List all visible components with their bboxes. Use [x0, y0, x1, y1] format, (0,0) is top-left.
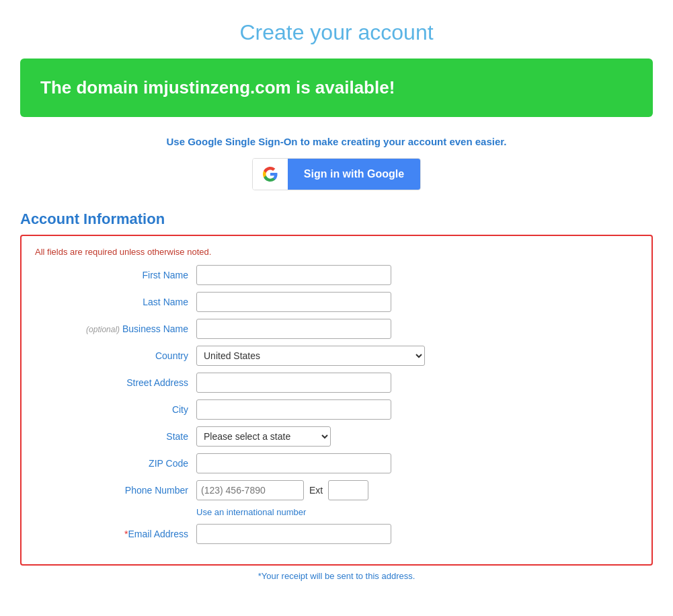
ext-label: Ext [309, 485, 323, 496]
google-g-icon [262, 166, 278, 182]
state-label: State [35, 431, 196, 442]
account-info-title: Account Information [20, 210, 653, 228]
last-name-label: Last Name [35, 297, 196, 307]
country-select[interactable]: United States [196, 346, 425, 366]
email-row: *Email Address [35, 524, 638, 544]
street-address-label: Street Address [35, 377, 196, 388]
phone-row: Phone Number Ext [35, 480, 638, 500]
state-row: State Please select a state Alabama Alas… [35, 426, 638, 447]
intl-link[interactable]: Use an international number [196, 507, 306, 517]
google-icon-box [253, 159, 288, 190]
last-name-row: Last Name [35, 292, 638, 312]
page-wrapper: Create your account The domain imjustinz… [0, 0, 673, 594]
business-name-row: (optional) Business Name [35, 319, 638, 339]
email-input[interactable] [196, 524, 391, 544]
intl-link-row: Use an international number [35, 507, 638, 517]
zip-input[interactable] [196, 453, 391, 473]
street-address-input[interactable] [196, 373, 391, 393]
optional-tag: (optional) [86, 325, 120, 334]
country-label: Country [35, 350, 196, 361]
business-name-text: Business Name [122, 323, 188, 334]
email-note: *Your receipt will be sent to this addre… [20, 571, 653, 581]
zip-label: ZIP Code [35, 458, 196, 469]
first-name-input[interactable] [196, 265, 391, 285]
city-label: City [35, 404, 196, 415]
google-btn-label: Sign in with Google [288, 159, 420, 190]
sso-section: Use Google Single Sign-On to make creati… [20, 136, 653, 190]
business-name-input[interactable] [196, 319, 391, 339]
first-name-row: First Name [35, 265, 638, 285]
ext-input[interactable] [328, 480, 368, 500]
street-address-row: Street Address [35, 373, 638, 393]
country-row: Country United States [35, 346, 638, 366]
domain-banner-text: The domain imjustinzeng.com is available… [40, 77, 395, 98]
page-title: Create your account [20, 20, 653, 45]
phone-label: Phone Number [35, 485, 196, 496]
email-label: *Email Address [35, 529, 196, 539]
state-select[interactable]: Please select a state Alabama Alaska Ari… [196, 426, 331, 447]
email-label-text: Email Address [128, 529, 188, 539]
business-name-label: (optional) Business Name [35, 323, 196, 334]
first-name-label: First Name [35, 270, 196, 280]
required-note: All fields are required unless otherwise… [35, 247, 638, 257]
sso-text: Use Google Single Sign-On to make creati… [20, 136, 653, 147]
sign-in-google-button[interactable]: Sign in with Google [252, 158, 421, 190]
account-form: All fields are required unless otherwise… [20, 235, 653, 566]
zip-row: ZIP Code [35, 453, 638, 473]
domain-banner: The domain imjustinzeng.com is available… [20, 59, 653, 117]
phone-fields: Ext [196, 480, 368, 500]
phone-input[interactable] [196, 480, 304, 500]
last-name-input[interactable] [196, 292, 391, 312]
city-row: City [35, 399, 638, 420]
city-input[interactable] [196, 399, 391, 420]
